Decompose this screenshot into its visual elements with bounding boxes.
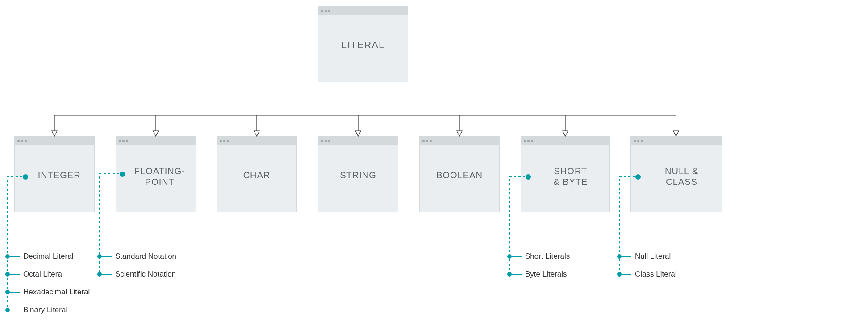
sub-item-label: Standard Notation [115, 252, 176, 261]
window-titlebar-icon [217, 137, 296, 145]
sub-item-label: Class Literal [635, 270, 677, 279]
sub-item-label: Binary Literal [23, 306, 67, 314]
window-titlebar-icon [521, 137, 609, 145]
bullet-icon [507, 254, 512, 259]
node-boolean-label: BOOLEAN [436, 170, 483, 180]
connector-icon [622, 274, 631, 275]
node-boolean: BOOLEAN [419, 136, 500, 212]
sub-item-label: Short Literals [525, 252, 570, 261]
node-root: LITERAL [318, 6, 408, 82]
window-titlebar-icon [116, 137, 196, 145]
sub-item: Standard Notation [97, 252, 176, 261]
sub-item: Octal Literal [5, 270, 64, 279]
bullet-icon [507, 272, 512, 277]
svg-marker-11 [457, 131, 462, 136]
bullet-icon [23, 174, 28, 180]
bullet-icon [617, 254, 622, 259]
connector-icon [622, 256, 631, 257]
sub-item: Byte Literals [507, 270, 567, 279]
connector-icon [512, 256, 522, 257]
svg-marker-7 [254, 131, 259, 136]
window-titlebar-icon [318, 137, 398, 145]
bullet-icon [5, 308, 10, 312]
sub-item-label: Octal Literal [23, 270, 64, 279]
window-titlebar-icon [420, 137, 499, 145]
sub-item-label: Hexadecimal Literal [23, 288, 90, 297]
connector-icon [10, 274, 20, 275]
node-null-class: NULL & CLASS [630, 136, 722, 212]
node-short-byte: SHORT & BYTE [521, 136, 610, 212]
connector-icon [10, 310, 20, 310]
node-integer: INTEGER [14, 136, 95, 212]
bullet-icon [5, 254, 10, 259]
svg-marker-9 [355, 131, 361, 136]
sub-item-label: Decimal Literal [23, 252, 73, 261]
node-char-label: CHAR [243, 170, 271, 180]
connector-icon [102, 256, 112, 257]
sub-item: Scientific Notation [97, 270, 176, 279]
bullet-icon [5, 290, 10, 294]
window-titlebar-icon [631, 137, 722, 145]
sub-item-label: Null Literal [635, 252, 671, 261]
connector-icon [512, 274, 522, 275]
connector-icon [10, 256, 20, 257]
sub-item: Null Literal [617, 252, 671, 261]
node-floating-point: FLOATING- POINT [116, 136, 196, 212]
connector-icon [10, 292, 20, 293]
bullet-icon [120, 172, 125, 177]
node-string: STRING [318, 136, 398, 212]
svg-marker-3 [52, 131, 57, 136]
node-root-label: LITERAL [342, 39, 384, 51]
bullet-icon [5, 272, 10, 277]
bullet-icon [97, 254, 102, 259]
window-titlebar-icon [15, 137, 94, 145]
bullet-icon [617, 272, 622, 277]
node-integer-label: INTEGER [38, 170, 81, 180]
sub-item: Class Literal [617, 270, 677, 279]
bullet-icon [526, 174, 531, 180]
node-string-label: STRING [340, 170, 376, 180]
sub-item: Decimal Literal [5, 252, 73, 261]
sub-item: Hexadecimal Literal [5, 288, 90, 297]
sub-item: Short Literals [507, 252, 570, 261]
svg-marker-13 [563, 131, 568, 136]
bullet-icon [635, 174, 641, 180]
sub-item: Binary Literal [5, 306, 67, 314]
node-null-class-label: NULL & CLASS [662, 166, 701, 187]
node-char: CHAR [217, 136, 297, 212]
sub-item-label: Byte Literals [525, 270, 567, 279]
node-short-byte-label: SHORT & BYTE [551, 166, 590, 187]
svg-marker-15 [673, 131, 679, 136]
bullet-icon [97, 272, 102, 277]
sub-item-label: Scientific Notation [115, 270, 176, 279]
connector-icon [102, 274, 112, 275]
window-titlebar-icon [318, 7, 408, 15]
node-floating-point-label: FLOATING- POINT [134, 166, 185, 187]
svg-marker-5 [153, 131, 159, 136]
